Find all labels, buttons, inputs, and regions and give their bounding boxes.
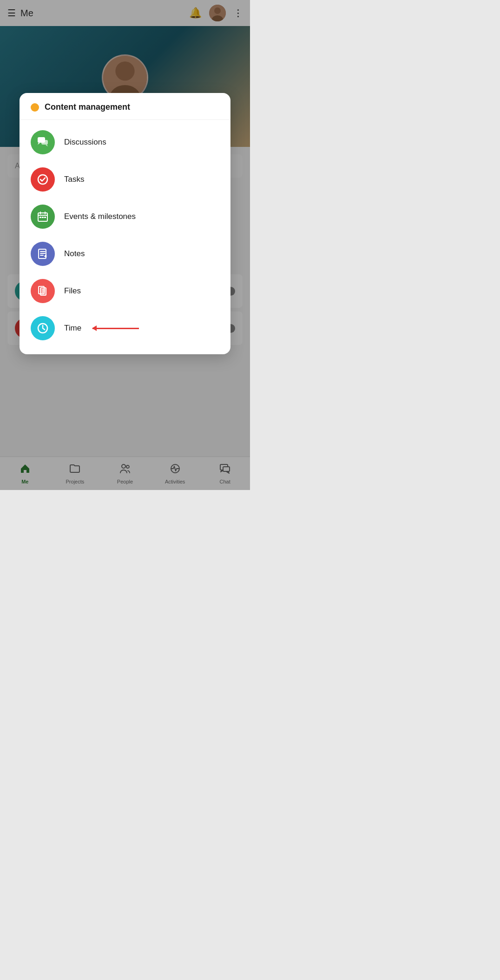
events-item[interactable]: Events & milestones: [20, 198, 230, 235]
files-item[interactable]: Files: [20, 272, 230, 310]
svg-rect-16: [39, 249, 46, 258]
modal-header: Content management: [20, 93, 230, 120]
time-label: Time: [64, 324, 81, 333]
tasks-icon: [31, 167, 55, 192]
files-label: Files: [64, 286, 81, 296]
tasks-item[interactable]: Tasks: [20, 161, 230, 198]
tasks-label: Tasks: [64, 175, 84, 184]
content-management-modal: Content management Discussions: [20, 93, 230, 354]
notes-item[interactable]: Notes: [20, 235, 230, 272]
svg-rect-18: [40, 288, 46, 295]
discussions-icon: [31, 130, 55, 154]
svg-rect-14: [42, 217, 44, 218]
time-icon: [31, 316, 55, 340]
time-item[interactable]: Time: [20, 310, 230, 347]
svg-rect-15: [44, 217, 46, 218]
svg-point-11: [38, 175, 47, 184]
modal-body: Discussions Tasks: [20, 120, 230, 354]
events-icon: [31, 205, 55, 229]
discussions-item[interactable]: Discussions: [20, 124, 230, 161]
files-icon: [31, 279, 55, 303]
notes-label: Notes: [64, 249, 85, 258]
events-label: Events & milestones: [64, 212, 136, 221]
svg-rect-13: [39, 217, 41, 218]
svg-rect-10: [41, 140, 48, 145]
discussions-label: Discussions: [64, 138, 106, 147]
modal-header-dot: [31, 103, 39, 112]
time-arrow: [92, 328, 139, 329]
notes-icon: [31, 242, 55, 266]
modal-title: Content management: [45, 102, 130, 112]
